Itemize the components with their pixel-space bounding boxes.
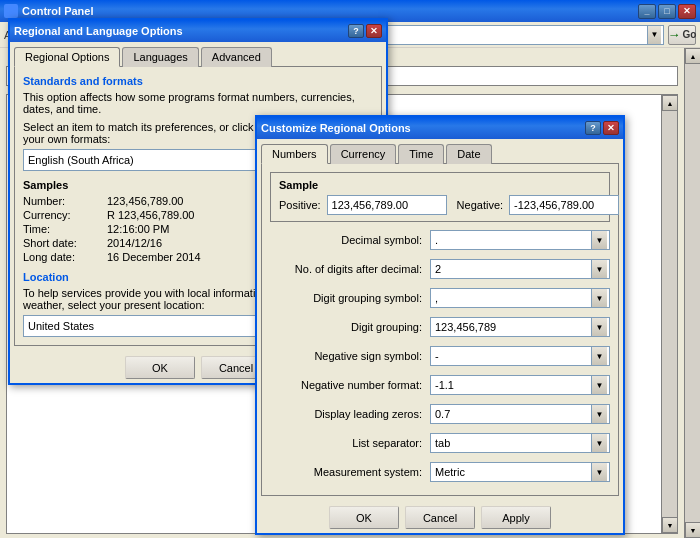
customize-ok-button[interactable]: OK <box>329 506 399 529</box>
sample-longdate-label: Long date: <box>23 251 103 263</box>
field-display-leading-zeros: Display leading zeros: 0.7 ▼ <box>270 404 610 424</box>
field-value-7: tab <box>433 437 591 449</box>
field-measurement-system: Measurement system: Metric ▼ <box>270 462 610 482</box>
customize-title-buttons: ? ✕ <box>585 121 619 135</box>
scroll-track <box>662 111 677 517</box>
standards-description: This option affects how some programs fo… <box>23 91 373 115</box>
field-select-3[interactable]: 123,456,789 ▼ <box>430 317 610 337</box>
title-bar-buttons: _ □ ✕ <box>638 4 696 19</box>
customize-title-left: Customize Regional Options <box>261 122 411 134</box>
title-bar-left: Control Panel <box>4 4 94 18</box>
customize-apply-button[interactable]: Apply <box>481 506 551 529</box>
field-arrow-0: ▼ <box>591 231 607 249</box>
positive-label: Positive: <box>279 199 321 211</box>
customize-title-text: Customize Regional Options <box>261 122 411 134</box>
main-scroll-up[interactable]: ▲ <box>685 48 700 64</box>
regional-help-button[interactable]: ? <box>348 24 364 38</box>
customize-close-button[interactable]: ✕ <box>603 121 619 135</box>
field-select-1[interactable]: 2 ▼ <box>430 259 610 279</box>
sample-currency-label: Currency: <box>23 209 103 221</box>
regional-title-left: Regional and Language Options <box>14 25 183 37</box>
sample-shortdate-label: Short date: <box>23 237 103 249</box>
field-negative-sign-symbol: Negative sign symbol: - ▼ <box>270 346 610 366</box>
regional-dialog-title-bar: Regional and Language Options ? ✕ <box>10 20 386 42</box>
regional-close-button[interactable]: ✕ <box>366 24 382 38</box>
customize-help-button[interactable]: ? <box>585 121 601 135</box>
regional-ok-button[interactable]: OK <box>125 356 195 379</box>
regional-title-text: Regional and Language Options <box>14 25 183 37</box>
standards-formats-title: Standards and formats <box>23 75 373 87</box>
customize-dialog-title-bar: Customize Regional Options ? ✕ <box>257 117 623 139</box>
field-label-6: Display leading zeros: <box>270 408 430 420</box>
address-dropdown-arrow[interactable]: ▼ <box>647 26 661 44</box>
customize-cancel-button[interactable]: Cancel <box>405 506 475 529</box>
tab-regional-options[interactable]: Regional Options <box>14 47 120 67</box>
field-arrow-7: ▼ <box>591 434 607 452</box>
main-scroll-down[interactable]: ▼ <box>685 522 700 538</box>
field-label-7: List separator: <box>270 437 430 449</box>
field-value-8: Metric <box>433 466 591 478</box>
field-select-2[interactable]: , ▼ <box>430 288 610 308</box>
tab-date[interactable]: Date <box>446 144 491 164</box>
sample-row: Positive: 123,456,789.00 Negative: -123,… <box>279 195 601 215</box>
field-label-1: No. of digits after decimal: <box>270 263 430 275</box>
customize-sample-box: Sample Positive: 123,456,789.00 Negative… <box>270 172 610 222</box>
minimize-button[interactable]: _ <box>638 4 656 19</box>
main-scroll-track <box>685 64 700 522</box>
customize-regional-dialog: Customize Regional Options ? ✕ Numbers C… <box>255 115 625 535</box>
field-arrow-8: ▼ <box>591 463 607 481</box>
field-label-2: Digit grouping symbol: <box>270 292 430 304</box>
field-label-3: Digit grouping: <box>270 321 430 333</box>
customize-button-row: OK Cancel Apply <box>257 500 623 533</box>
field-arrow-3: ▼ <box>591 318 607 336</box>
field-negative-number-format: Negative number format: -1.1 ▼ <box>270 375 610 395</box>
customize-tab-content: Sample Positive: 123,456,789.00 Negative… <box>261 163 619 496</box>
cp-icon <box>4 4 18 18</box>
scroll-down-button[interactable]: ▼ <box>662 517 678 533</box>
field-select-0[interactable]: . ▼ <box>430 230 610 250</box>
field-arrow-1: ▼ <box>591 260 607 278</box>
field-value-2: , <box>433 292 591 304</box>
field-value-0: . <box>433 234 591 246</box>
positive-value: 123,456,789.00 <box>327 195 447 215</box>
field-select-4[interactable]: - ▼ <box>430 346 610 366</box>
tab-time[interactable]: Time <box>398 144 444 164</box>
regional-title-buttons: ? ✕ <box>348 24 382 38</box>
field-select-8[interactable]: Metric ▼ <box>430 462 610 482</box>
go-label: Go <box>683 29 697 40</box>
listview-scrollbar[interactable]: ▲ ▼ <box>661 95 677 533</box>
tab-numbers[interactable]: Numbers <box>261 144 328 164</box>
cp-title-text: Control Panel <box>22 5 94 17</box>
tab-languages[interactable]: Languages <box>122 47 198 67</box>
field-value-1: 2 <box>433 263 591 275</box>
field-label-5: Negative number format: <box>270 379 430 391</box>
sample-number-label: Number: <box>23 195 103 207</box>
field-digits-after-decimal: No. of digits after decimal: 2 ▼ <box>270 259 610 279</box>
negative-value: -123,456,789.00 <box>509 195 619 215</box>
field-arrow-5: ▼ <box>591 376 607 394</box>
field-select-5[interactable]: -1.1 ▼ <box>430 375 610 395</box>
field-list-separator: List separator: tab ▼ <box>270 433 610 453</box>
field-select-7[interactable]: tab ▼ <box>430 433 610 453</box>
customize-tab-row: Numbers Currency Time Date <box>257 139 623 163</box>
field-digit-grouping-symbol: Digit grouping symbol: , ▼ <box>270 288 610 308</box>
tab-advanced[interactable]: Advanced <box>201 47 272 67</box>
go-button[interactable]: → Go <box>668 25 696 45</box>
regional-tab-row: Regional Options Languages Advanced <box>10 42 386 66</box>
field-value-3: 123,456,789 <box>433 321 591 333</box>
field-arrow-2: ▼ <box>591 289 607 307</box>
close-button[interactable]: ✕ <box>678 4 696 19</box>
positive-sample: Positive: 123,456,789.00 <box>279 195 447 215</box>
customize-sample-title: Sample <box>279 179 601 191</box>
field-arrow-4: ▼ <box>591 347 607 365</box>
main-scrollbar[interactable]: ▲ ▼ <box>684 48 700 538</box>
field-label-8: Measurement system: <box>270 466 430 478</box>
scroll-up-button[interactable]: ▲ <box>662 95 678 111</box>
field-arrow-6: ▼ <box>591 405 607 423</box>
field-select-6[interactable]: 0.7 ▼ <box>430 404 610 424</box>
tab-currency[interactable]: Currency <box>330 144 397 164</box>
field-value-4: - <box>433 350 591 362</box>
negative-label: Negative: <box>457 199 503 211</box>
maximize-button[interactable]: □ <box>658 4 676 19</box>
field-digit-grouping: Digit grouping: 123,456,789 ▼ <box>270 317 610 337</box>
